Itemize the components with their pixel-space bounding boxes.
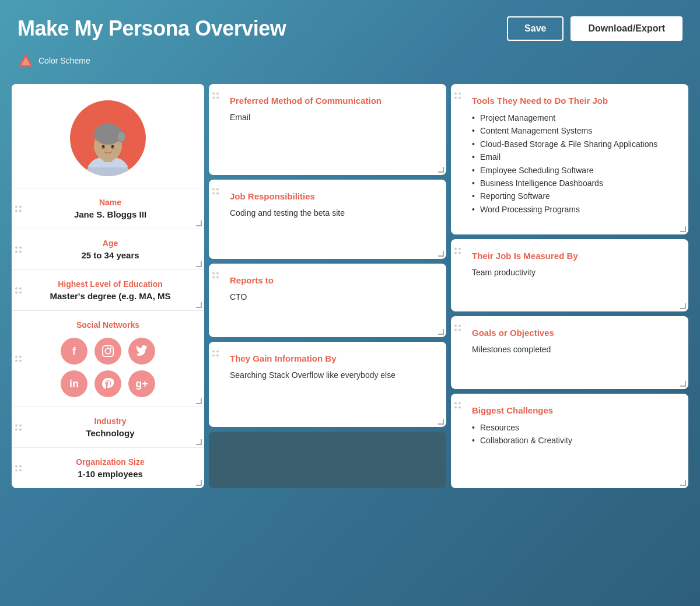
preferred-comm-card: Preferred Method of Communication Email [209, 84, 446, 175]
drag-handle [15, 424, 22, 430]
education-section: Highest Level of Education Master's degr… [12, 270, 204, 311]
drag-handle [454, 247, 461, 254]
list-item: Collaboration & Creativity [472, 434, 674, 447]
resize-handle[interactable] [196, 439, 202, 445]
left-column: Name Jane S. Bloggs III Age 25 to 34 yea… [12, 84, 204, 488]
industry-section: Industry Technology [12, 407, 204, 448]
save-button[interactable]: Save [507, 16, 564, 41]
education-inner: Highest Level of Education Master's degr… [12, 270, 204, 310]
svg-point-10 [111, 145, 114, 148]
svg-point-14 [105, 348, 110, 353]
challenges-card: Biggest Challenges Resources Collaborati… [451, 394, 688, 488]
reports-to-title: Reports to [230, 275, 432, 285]
goals-card: Goals or Objectives Milestones completed [451, 316, 688, 388]
main-content: Name Jane S. Bloggs III Age 25 to 34 yea… [0, 78, 700, 500]
pinterest-icon[interactable] [94, 370, 121, 397]
list-item: Project Management [472, 111, 674, 124]
list-item: Word Processing Programs [472, 203, 674, 216]
job-measured-value: Team productivity [472, 267, 674, 279]
avatar-image [76, 112, 140, 176]
drag-handle [454, 93, 461, 99]
drag-handle [454, 325, 461, 331]
drag-handle [15, 465, 22, 471]
goals-title: Goals or Objectives [472, 328, 674, 338]
social-row-2: in g+ [61, 370, 155, 397]
drag-handle [212, 93, 219, 99]
reports-to-card: Reports to CTO [209, 264, 446, 337]
instagram-icon[interactable] [94, 338, 121, 365]
age-section: Age 25 to 34 years [12, 229, 204, 270]
resize-handle[interactable] [196, 261, 202, 267]
avatar [70, 100, 146, 176]
name-label: Name [28, 198, 192, 207]
social-grid: f in g+ [23, 338, 192, 397]
age-value: 25 to 34 years [28, 250, 192, 260]
header: Make My Persona Overview Save Download/E… [0, 0, 700, 52]
color-scheme-icon[interactable] [18, 52, 34, 69]
resize-handle[interactable] [680, 226, 686, 232]
name-value: Jane S. Bloggs III [28, 209, 192, 219]
resize-handle[interactable] [680, 381, 686, 387]
linkedin-icon[interactable]: in [61, 370, 88, 397]
list-item: Content Management Systems [472, 124, 674, 137]
drag-handle [454, 402, 461, 408]
preferred-comm-title: Preferred Method of Communication [230, 96, 432, 106]
resize-handle[interactable] [438, 329, 444, 335]
org-size-section: Organization Size 1-10 employees [12, 448, 204, 488]
color-scheme-label[interactable]: Color Scheme [38, 56, 90, 65]
twitter-icon[interactable] [128, 338, 155, 365]
list-item: Employee Scheduling Software [472, 164, 674, 177]
resize-handle[interactable] [438, 167, 444, 173]
resize-handle[interactable] [196, 220, 202, 226]
list-item: Email [472, 150, 674, 163]
list-item: Business Intelligence Dashboards [472, 177, 674, 190]
job-resp-title: Job Responsibilities [230, 191, 432, 201]
header-actions: Save Download/Export [507, 16, 682, 41]
job-measured-title: Their Job Is Measured By [472, 251, 674, 261]
facebook-icon[interactable]: f [61, 338, 88, 365]
resize-handle[interactable] [438, 419, 444, 425]
resize-handle[interactable] [196, 480, 202, 486]
color-scheme-bar: Color Scheme [0, 52, 700, 78]
gain-info-title: They Gain Information By [230, 353, 432, 363]
tools-card: Tools They Need to Do Their Job Project … [451, 84, 688, 234]
job-resp-card: Job Responsibilities Coding and testing … [209, 180, 446, 259]
name-inner: Name Jane S. Bloggs III [12, 188, 204, 229]
tools-title: Tools They Need to Do Their Job [472, 96, 674, 106]
drag-handle [15, 205, 22, 212]
svg-point-6 [96, 124, 120, 141]
drag-handle [212, 272, 219, 278]
avatar-section [12, 84, 204, 188]
education-value: Master's degree (e.g. MA, MS [28, 291, 192, 301]
list-item: Resources [472, 421, 674, 434]
age-label: Age [28, 239, 192, 248]
preferred-comm-value: Email [230, 111, 432, 124]
resize-handle[interactable] [196, 302, 202, 308]
education-label: Highest Level of Education [28, 279, 192, 289]
job-resp-value: Coding and testing the beta site [230, 207, 432, 219]
industry-value: Technology [28, 428, 192, 438]
resize-handle[interactable] [680, 480, 686, 486]
page-title: Make My Persona Overview [18, 16, 286, 41]
download-button[interactable]: Download/Export [570, 16, 682, 41]
goals-value: Milestones completed [472, 344, 674, 356]
org-size-label: Organization Size [28, 457, 192, 467]
googleplus-icon[interactable]: g+ [128, 370, 155, 397]
tools-list: Project Management Content Management Sy… [472, 111, 674, 216]
social-section: Social Networks f in g+ [12, 311, 204, 407]
svg-point-15 [110, 348, 112, 349]
dark-spacer-mid [209, 432, 446, 488]
org-size-value: 1-10 employees [28, 469, 192, 479]
resize-handle[interactable] [196, 398, 202, 404]
challenges-title: Biggest Challenges [472, 405, 674, 415]
reports-to-value: CTO [230, 291, 432, 303]
name-section: Name Jane S. Bloggs III [12, 188, 204, 229]
middle-column: Preferred Method of Communication Email … [209, 84, 446, 488]
gain-info-value: Searching Stack Overflow like everybody … [230, 369, 432, 381]
gain-info-card: They Gain Information By Searching Stack… [209, 342, 446, 427]
resize-handle[interactable] [438, 251, 444, 257]
industry-inner: Industry Technology [12, 407, 204, 447]
drag-handle [212, 188, 219, 194]
resize-handle[interactable] [680, 303, 686, 309]
industry-label: Industry [28, 416, 192, 426]
